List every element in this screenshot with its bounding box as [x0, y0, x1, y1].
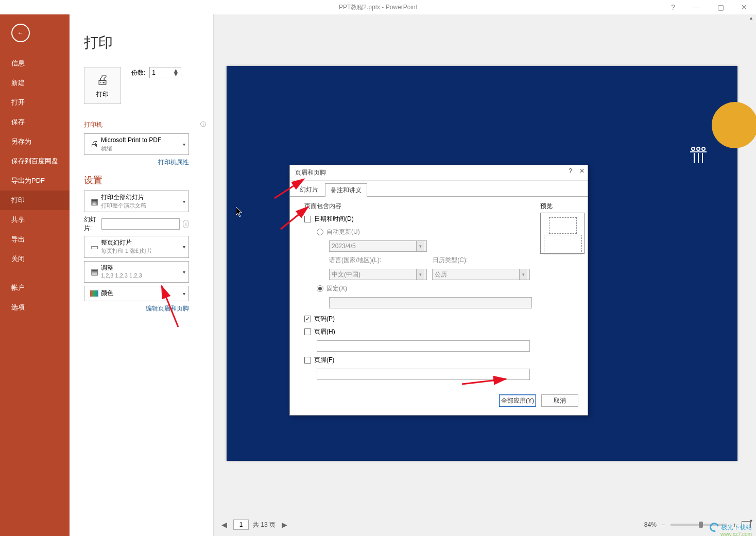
- print-range-dropdown[interactable]: ▦ 打印全部幻灯片 打印整个演示文稿 ▾: [84, 191, 189, 212]
- date-select[interactable]: 2023/4/5▾: [329, 240, 427, 252]
- maximize-button[interactable]: ▢: [709, 0, 732, 14]
- fit-page-button[interactable]: [742, 521, 751, 528]
- header-checkbox[interactable]: [304, 328, 311, 335]
- copies-label: 份数:: [131, 68, 145, 77]
- nav-share[interactable]: 共享: [0, 210, 70, 230]
- date-value: 2023/4/5: [332, 243, 356, 250]
- printer-section-title: 打印机 ⓘ: [84, 118, 213, 129]
- slides-label: 幻灯片:: [84, 215, 98, 233]
- copies-spinner[interactable]: ▲▼: [173, 69, 179, 76]
- calendar-label: 日历类型(C):: [433, 256, 468, 265]
- dialog-close-button[interactable]: ✕: [579, 167, 585, 175]
- nav-open[interactable]: 打开: [0, 93, 70, 112]
- minimize-button[interactable]: —: [685, 0, 709, 14]
- footer-input[interactable]: [317, 369, 530, 380]
- collate-dropdown[interactable]: ▤ 调整 1,2,3 1,2,3 1,2,3 ▾: [84, 261, 189, 283]
- printer-properties-link[interactable]: 打印机属性: [84, 158, 189, 167]
- close-button[interactable]: ✕: [732, 0, 756, 14]
- fixed-label: 固定(X): [327, 284, 347, 293]
- preview-scrollbar[interactable]: [747, 14, 756, 536]
- next-page-button[interactable]: ▶: [280, 521, 289, 529]
- dialog-help-button[interactable]: ?: [569, 167, 572, 175]
- nav-export[interactable]: 导出: [0, 230, 70, 249]
- edit-header-footer-link[interactable]: 编辑页眉和页脚: [84, 304, 189, 313]
- nav-info[interactable]: 信息: [0, 54, 70, 73]
- layout-dropdown[interactable]: ▭ 整页幻灯片 每页打印 1 张幻灯片 ▾: [84, 236, 189, 257]
- nav-close[interactable]: 关闭: [0, 249, 70, 269]
- nav-save-baidu[interactable]: 保存到百度网盘: [0, 151, 70, 171]
- chevron-down-icon: ▾: [183, 244, 185, 250]
- back-button[interactable]: ←: [11, 24, 30, 42]
- page-number-checkbox[interactable]: ✓: [304, 316, 311, 322]
- slides-info-icon[interactable]: i: [183, 220, 189, 228]
- auto-update-radio[interactable]: [317, 229, 323, 235]
- nav-save[interactable]: 保存: [0, 112, 70, 132]
- printer-dropdown[interactable]: 🖨 Microsoft Print to PDF 就绪 ▾: [84, 133, 189, 155]
- chevron-down-icon: ▾: [416, 241, 424, 251]
- footer-label: 页脚(F): [314, 356, 334, 365]
- printer-status: 就绪: [101, 145, 161, 152]
- layout-icon: ▭: [88, 242, 101, 252]
- datetime-checkbox[interactable]: [304, 216, 311, 222]
- nav-saveas[interactable]: 另存为: [0, 132, 70, 151]
- slide-graphic-circle: [712, 102, 756, 148]
- collate-label: 调整: [101, 264, 142, 272]
- dialog-tabs: 幻灯片 备注和讲义: [290, 181, 588, 197]
- cancel-button[interactable]: 取消: [541, 394, 578, 407]
- print-settings-panel: 打印 🖨 打印 份数: 1 ▲▼ 打印机 ⓘ 🖨: [70, 14, 214, 536]
- window-controls: ? — ▢ ✕: [661, 0, 756, 14]
- copies-value: 1: [152, 69, 156, 76]
- fixed-radio[interactable]: [317, 285, 323, 292]
- page-title: 打印: [84, 33, 213, 53]
- page-number-input[interactable]: [233, 520, 249, 530]
- fixed-date-input[interactable]: [329, 297, 532, 308]
- zoom-slider[interactable]: [671, 524, 727, 526]
- nav-account[interactable]: 帐户: [0, 278, 70, 298]
- prev-page-button[interactable]: ◀: [219, 521, 229, 529]
- nav-export-pdf[interactable]: 导出为PDF: [0, 171, 70, 191]
- color-dropdown[interactable]: 颜色 ▾: [84, 286, 189, 301]
- printer-name: Microsoft Print to PDF: [101, 136, 161, 145]
- zoom-out-button[interactable]: −: [662, 521, 666, 529]
- chevron-down-icon: ▾: [183, 290, 185, 296]
- dialog-header[interactable]: 页眉和页脚 ? ✕: [290, 165, 588, 181]
- print-range-label: 打印全部幻灯片: [101, 193, 146, 202]
- apply-all-button[interactable]: 全部应用(Y): [499, 394, 536, 407]
- info-icon[interactable]: ⓘ: [200, 120, 206, 128]
- print-button-label: 打印: [96, 90, 109, 99]
- svg-point-2: [702, 147, 705, 150]
- titlebar: PPT教程2.pptx - PowerPoint ? — ▢ ✕: [0, 0, 756, 14]
- tab-notes-handouts[interactable]: 备注和讲义: [325, 183, 367, 197]
- print-range-sub: 打印整个演示文稿: [101, 202, 146, 210]
- language-value: 中文(中国): [332, 270, 360, 279]
- preview-footer: ◀ 共 13 页 ▶ 84% − +: [219, 517, 751, 532]
- window-title: PPT教程2.pptx - PowerPoint: [339, 3, 417, 12]
- layout-sub: 每页打印 1 张幻灯片: [101, 247, 152, 255]
- printer-icon: 🖨: [96, 73, 109, 87]
- content-label: 页面包含内容: [304, 202, 532, 211]
- svg-point-0: [692, 147, 695, 150]
- chevron-down-icon: ▾: [183, 269, 185, 274]
- nav-options[interactable]: 选项: [0, 298, 70, 317]
- calendar-value: 公历: [435, 270, 447, 279]
- dialog-title: 页眉和页脚: [295, 168, 326, 177]
- copies-input[interactable]: 1 ▲▼: [149, 67, 181, 78]
- chevron-down-icon: ▾: [416, 269, 424, 280]
- footer-checkbox[interactable]: [304, 357, 311, 364]
- tab-slides[interactable]: 幻灯片: [294, 183, 324, 196]
- calendar-select[interactable]: 公历▾: [432, 269, 530, 280]
- dialog-preview-box: [540, 213, 585, 254]
- chevron-down-icon: ▾: [519, 269, 527, 280]
- color-label: 颜色: [101, 289, 113, 298]
- slides-input[interactable]: [101, 218, 180, 230]
- svg-point-1: [697, 147, 700, 150]
- zoom-in-button[interactable]: +: [732, 521, 736, 529]
- help-button[interactable]: ?: [661, 0, 685, 14]
- language-select[interactable]: 中文(中国)▾: [329, 269, 427, 280]
- header-input[interactable]: [317, 340, 530, 352]
- print-button[interactable]: 🖨 打印: [84, 67, 121, 104]
- page-total: 共 13 页: [253, 521, 276, 529]
- nav-new[interactable]: 新建: [0, 73, 70, 93]
- nav-print[interactable]: 打印: [0, 191, 70, 210]
- preview-label: 预览: [540, 202, 585, 211]
